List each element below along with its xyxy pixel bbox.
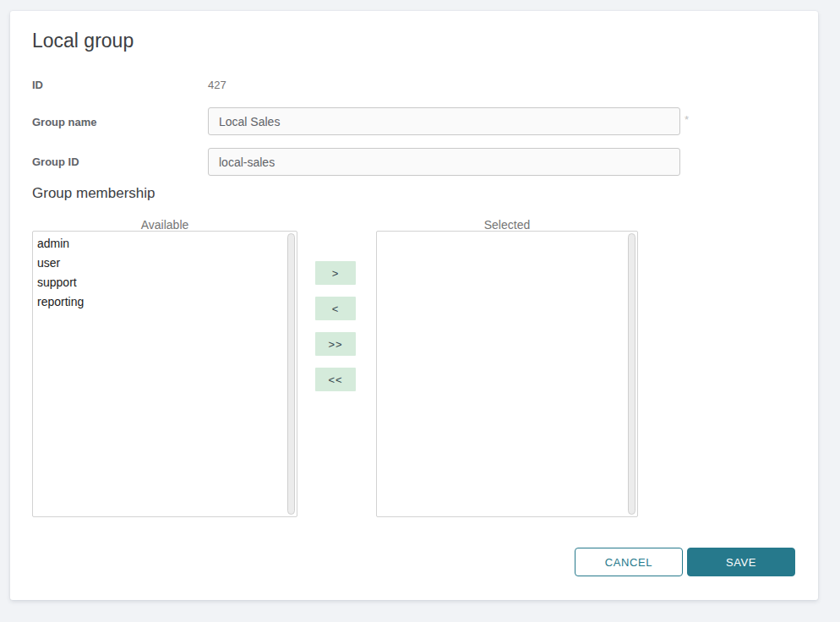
page-background: Local group ID 427 Group name * Group ID… [0,0,840,622]
group-id-label: Group ID [32,156,79,168]
available-listbox[interactable]: admin user support reporting [32,231,297,517]
move-all-right-button[interactable]: >> [315,332,356,356]
transfer-buttons: > < >> << [315,261,356,391]
cancel-button[interactable]: CANCEL [575,548,683,576]
save-button[interactable]: SAVE [687,548,795,576]
selected-listbox[interactable] [376,231,638,517]
available-scrollbar[interactable] [287,233,295,515]
list-item[interactable]: admin [33,233,297,253]
id-label: ID [32,79,43,91]
local-group-card: Local group ID 427 Group name * Group ID… [10,11,818,600]
page-title: Local group [32,30,134,52]
id-value: 427 [208,79,226,91]
group-membership-heading: Group membership [32,185,155,202]
move-all-left-button[interactable]: << [315,368,356,391]
available-list-label: Available [32,218,297,232]
list-item[interactable]: reporting [33,292,297,311]
group-name-label: Group name [32,116,97,128]
list-item[interactable]: support [33,272,297,292]
move-left-button[interactable]: < [315,297,356,320]
group-id-input[interactable] [208,148,680,176]
required-marker: * [685,113,689,126]
move-right-button[interactable]: > [315,261,356,285]
group-name-input[interactable] [208,107,680,135]
selected-scrollbar[interactable] [628,233,635,515]
selected-list-label: Selected [376,218,638,232]
list-item[interactable]: user [33,253,297,272]
footer-actions: CANCEL SAVE [575,548,795,576]
